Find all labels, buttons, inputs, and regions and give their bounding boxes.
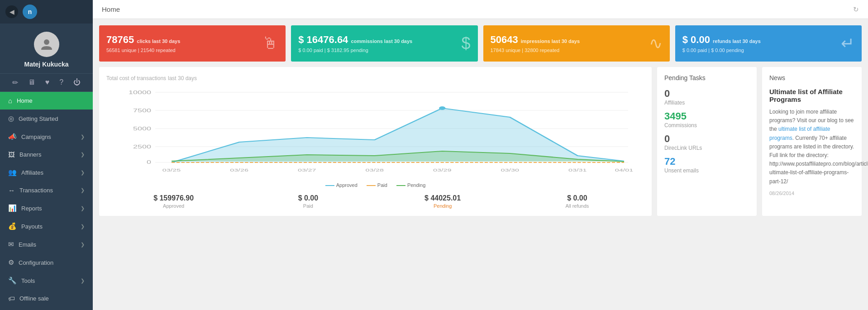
news-section-title: News xyxy=(769,74,854,81)
svg-text:03/26: 03/26 xyxy=(230,168,248,172)
svg-text:0: 0 xyxy=(147,160,151,165)
svg-point-21 xyxy=(439,106,445,110)
configuration-icon: ⚙ xyxy=(8,258,14,267)
chevron-right-icon: ❯ xyxy=(81,224,85,229)
sidebar-label-offline-sale: Offline sale xyxy=(19,295,49,302)
sidebar-label-payouts: Payouts xyxy=(21,223,43,230)
sidebar-label-tools: Tools xyxy=(21,277,35,284)
chevron-right-icon: ❯ xyxy=(81,152,85,157)
sidebar-label-home: Home xyxy=(17,97,33,104)
sidebar-label-transactions: Transactions xyxy=(19,187,53,194)
legend-approved: Approved xyxy=(325,182,358,188)
news-body: Looking to join more affiliate programs?… xyxy=(769,108,854,186)
sidebar-item-banners[interactable]: 🖼 Banners ❯ xyxy=(0,146,93,163)
chart-total-paid: $ 0.00 Paid xyxy=(241,194,375,209)
sidebar-label-reports: Reports xyxy=(21,205,42,212)
content-area: 78765 clicks last 30 days 56581 unique |… xyxy=(93,19,868,310)
sidebar-back-button[interactable]: ◀ xyxy=(5,5,18,18)
sidebar-item-payouts[interactable]: 💰 Payouts ❯ xyxy=(0,217,93,235)
sidebar-item-reports[interactable]: 📊 Reports ❯ xyxy=(0,199,93,217)
chevron-right-icon: ❯ xyxy=(81,242,85,248)
sidebar-item-campaigns[interactable]: 📣 Campaigns ❯ xyxy=(0,128,93,146)
pending-label: DirecLink URLs xyxy=(664,145,749,151)
user-name: Matej Kukucka xyxy=(24,61,68,68)
sidebar-label-campaigns: Campaigns xyxy=(21,134,51,140)
svg-text:2500: 2500 xyxy=(133,144,151,149)
power-icon[interactable]: ⏻ xyxy=(73,78,81,87)
stat-sub-commissions: $ 0.00 paid | $ 3182.95 pending xyxy=(298,48,412,53)
sidebar-label-banners: Banners xyxy=(19,151,41,158)
sidebar-label-affiliates: Affiliates xyxy=(21,169,43,176)
favorites-icon[interactable]: ♥ xyxy=(45,78,50,87)
payouts-icon: 💰 xyxy=(8,222,17,230)
sidebar-item-offline-sale[interactable]: 🏷 Offline sale xyxy=(0,290,93,307)
chart-svg: 10000 7500 5000 2500 0 03/25 03/26 03/27… xyxy=(106,88,644,178)
stat-card-clicks: 78765 clicks last 30 days 56581 unique |… xyxy=(99,25,286,62)
stat-card-refunds: $ 0.00 refunds last 30 days $ 0.00 paid … xyxy=(675,25,862,62)
refresh-icon[interactable]: ↻ xyxy=(853,5,859,14)
bottom-grid: Total cost of transactions last 30 days … xyxy=(99,67,862,216)
pending-value: 0 xyxy=(664,133,749,145)
chevron-right-icon: ❯ xyxy=(81,134,85,140)
news-panel: News Ultimate list of Affiliate Programs… xyxy=(762,67,862,216)
stat-card-text-impressions: 50643 impressions last 30 days 17843 uni… xyxy=(491,34,580,53)
sidebar-user-profile: Matej Kukucka xyxy=(0,24,93,74)
pending-tasks-panel: Pending Tasks 0 Affiliates 3495 Commissi… xyxy=(657,67,757,216)
legend-paid: Paid xyxy=(367,182,387,188)
svg-text:03/30: 03/30 xyxy=(501,168,519,172)
svg-text:03/25: 03/25 xyxy=(162,168,181,172)
page-title: Home xyxy=(102,5,120,13)
campaigns-icon: 📣 xyxy=(8,133,17,141)
svg-text:7500: 7500 xyxy=(133,108,151,113)
pending-value: 72 xyxy=(664,156,749,167)
stat-sub-clicks: 56581 unique | 21540 repeated xyxy=(106,48,180,53)
stat-card-text-commissions: $ 16476.64 commissions last 30 days $ 0.… xyxy=(298,34,412,53)
sidebar-item-transactions[interactable]: ↔ Transactions ❯ xyxy=(0,181,93,199)
stat-sub-impressions: 17843 unique | 32800 repeated xyxy=(491,48,580,53)
offline-sale-icon: 🏷 xyxy=(8,295,15,302)
pending-label: Affiliates xyxy=(664,100,749,106)
pending-label: Commissions xyxy=(664,122,749,129)
chart-totals: $ 159976.90 Approved $ 0.00 Paid $ 44025… xyxy=(106,194,644,209)
stat-label-commissions: commissions last 30 days xyxy=(351,38,412,44)
svg-text:03/28: 03/28 xyxy=(365,168,384,172)
chevron-right-icon: ❯ xyxy=(81,170,85,176)
sidebar-item-emails[interactable]: ✉ Emails ❯ xyxy=(0,235,93,253)
stat-icon-clicks: 🖱 xyxy=(262,34,278,53)
stat-label-impressions: impressions last 30 days xyxy=(521,38,580,44)
monitor-icon[interactable]: 🖥 xyxy=(28,78,35,87)
edit-icon[interactable]: ✏ xyxy=(12,78,18,87)
news-date: 08/26/2014 xyxy=(769,191,854,196)
reports-icon: 📊 xyxy=(8,204,17,212)
stat-label-clicks: clicks last 30 days xyxy=(137,38,180,44)
stat-icon-refunds: ↵ xyxy=(841,34,854,53)
svg-text:10000: 10000 xyxy=(129,90,151,95)
sidebar-item-affiliates[interactable]: 👥 Affiliates ❯ xyxy=(0,163,93,181)
sidebar-item-configuration[interactable]: ⚙ Configuration xyxy=(0,253,93,272)
total-label: Paid xyxy=(241,203,375,209)
chevron-right-icon: ❯ xyxy=(81,205,85,211)
sidebar-nav: ⌂ Home ◎ Getting Started 📣 Campaigns ❯ 🖼… xyxy=(0,92,93,307)
stat-card-commissions: $ 16476.64 commissions last 30 days $ 0.… xyxy=(291,25,477,62)
pending-tasks-title: Pending Tasks xyxy=(664,74,749,81)
sidebar-item-getting-started[interactable]: ◎ Getting Started xyxy=(0,110,93,128)
total-value: $ 0.00 xyxy=(241,194,375,202)
pending-task-unsent-emails: 72 Unsent emails xyxy=(664,156,749,174)
chart-legend: Approved Paid Pending xyxy=(106,182,644,188)
pending-task-direclink-urls: 0 DirecLink URLs xyxy=(664,133,749,151)
sidebar-item-tools[interactable]: 🔧 Tools ❯ xyxy=(0,272,93,290)
sidebar-item-home[interactable]: ⌂ Home xyxy=(0,92,93,110)
help-icon[interactable]: ? xyxy=(59,78,63,87)
sidebar-label-getting-started: Getting Started xyxy=(19,115,58,122)
stat-icon-commissions: $ xyxy=(461,34,470,53)
sidebar-header: ◀ n xyxy=(0,0,93,24)
stat-card-impressions: 50643 impressions last 30 days 17843 uni… xyxy=(483,25,670,62)
news-article-title: Ultimate list of Affiliate Programs xyxy=(769,88,854,103)
stat-cards-row: 78765 clicks last 30 days 56581 unique |… xyxy=(99,25,862,62)
chart-title: Total cost of transactions last 30 days xyxy=(106,74,644,81)
chart-area: 10000 7500 5000 2500 0 03/25 03/26 03/27… xyxy=(106,88,644,180)
emails-icon: ✉ xyxy=(8,240,14,248)
stat-main-clicks: 78765 clicks last 30 days xyxy=(106,34,180,46)
chart-total-approved: $ 159976.90 Approved xyxy=(106,194,241,209)
stat-card-text-clicks: 78765 clicks last 30 days 56581 unique |… xyxy=(106,34,180,53)
